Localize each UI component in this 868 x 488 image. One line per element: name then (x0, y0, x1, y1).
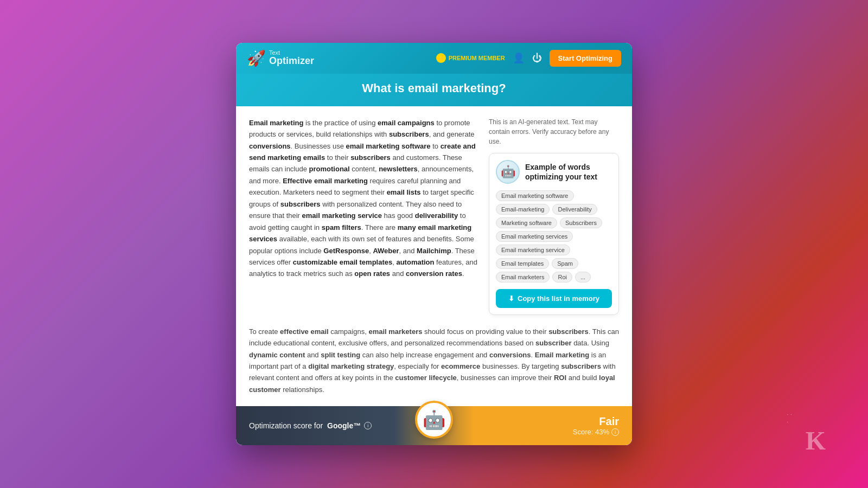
tags-area: Email marketing software Email-marketing… (496, 190, 612, 282)
robot-avatar: 🤖 (496, 160, 520, 184)
start-optimizing-button[interactable]: Start Optimizing (550, 50, 621, 67)
score-info-icon[interactable]: i (364, 422, 372, 429)
score-percent-info-icon[interactable]: i (611, 428, 619, 436)
app-window: 🚀 Text Optimizer ⚡ PREMIUM MEMBER 👤 ⏻ St… (236, 43, 632, 446)
bottom-text: To create effective email campaigns, ema… (236, 326, 632, 407)
left-column: Email marketing is the practice of using… (249, 117, 478, 315)
score-robot-avatar: 🤖 (415, 401, 453, 439)
copy-btn-label: Copy this list in memory (518, 294, 599, 303)
k-dots: · ·· (787, 410, 792, 426)
tag-email-marketing[interactable]: Email-marketing (496, 204, 550, 215)
power-icon[interactable]: ⏻ (532, 53, 542, 64)
logo-text: Text Optimizer (269, 49, 314, 67)
score-rating: Fair (526, 415, 619, 428)
user-icon[interactable]: 👤 (513, 52, 525, 64)
tag-roi[interactable]: Roi (552, 272, 572, 282)
header-right: ⚡ PREMIUM MEMBER 👤 ⏻ Start Optimizing (436, 50, 621, 67)
example-title: Example of words optimizing your text (525, 162, 612, 182)
tag-subscribers[interactable]: Subscribers (560, 217, 602, 228)
main-paragraph: Email marketing is the practice of using… (249, 117, 478, 280)
bottom-paragraph: To create effective email campaigns, ema… (249, 326, 619, 396)
tag-email-marketing-services[interactable]: Email marketing services (496, 231, 573, 242)
page-title: What is email marketing? (247, 81, 621, 95)
tag-email-marketers[interactable]: Email marketers (496, 272, 550, 282)
main-content: Email marketing is the practice of using… (236, 106, 632, 326)
example-box: 🤖 Example of words optimizing your text … (489, 153, 619, 315)
tag-more[interactable]: ... (575, 272, 591, 282)
premium-label: PREMIUM MEMBER (449, 55, 505, 61)
score-value: Score: 43% i (526, 428, 619, 436)
score-right: Fair Score: 43% i (513, 415, 632, 436)
score-label-text: Optimization score for Google™ (249, 421, 361, 430)
app-header: 🚀 Text Optimizer ⚡ PREMIUM MEMBER 👤 ⏻ St… (236, 43, 632, 74)
tag-spam[interactable]: Spam (552, 258, 578, 269)
right-column: This is an AI-generated text. Text may c… (489, 117, 619, 315)
page-title-area: What is email marketing? (236, 74, 632, 106)
download-icon: ⬇ (508, 294, 514, 303)
optimization-label: Optimization score for (249, 421, 323, 430)
logo-icon: 🚀 (247, 49, 266, 67)
ai-note: This is an AI-generated text. Text may c… (489, 117, 619, 146)
k-brand-logo: K (806, 426, 825, 455)
tag-email-marketing-service[interactable]: Email marketing service (496, 245, 570, 255)
score-left: Optimization score for Google™ i (236, 421, 513, 430)
tag-email-marketing-software[interactable]: Email marketing software (496, 190, 574, 201)
example-header: 🤖 Example of words optimizing your text (496, 160, 612, 184)
logo-main-text: Optimizer (269, 55, 314, 66)
tag-deliverability[interactable]: Deliverability (552, 204, 597, 215)
copy-list-button[interactable]: ⬇ Copy this list in memory (496, 289, 612, 308)
score-bar: Optimization score for Google™ i 🤖 Fair … (236, 406, 632, 445)
platform-name: Google™ (327, 421, 361, 430)
tag-email-templates[interactable]: Email templates (496, 258, 549, 269)
logo-area: 🚀 Text Optimizer (247, 49, 314, 67)
tag-marketing-software[interactable]: Marketing software (496, 217, 557, 228)
score-percentage: Score: 43% (573, 428, 609, 436)
premium-badge: ⚡ PREMIUM MEMBER (436, 53, 505, 63)
premium-icon: ⚡ (436, 53, 446, 63)
